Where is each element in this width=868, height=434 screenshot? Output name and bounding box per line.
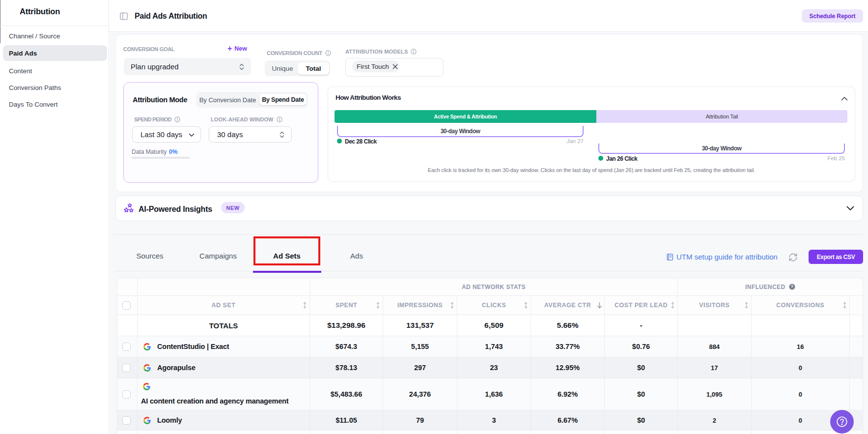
svg-text:?: ?	[791, 285, 794, 289]
